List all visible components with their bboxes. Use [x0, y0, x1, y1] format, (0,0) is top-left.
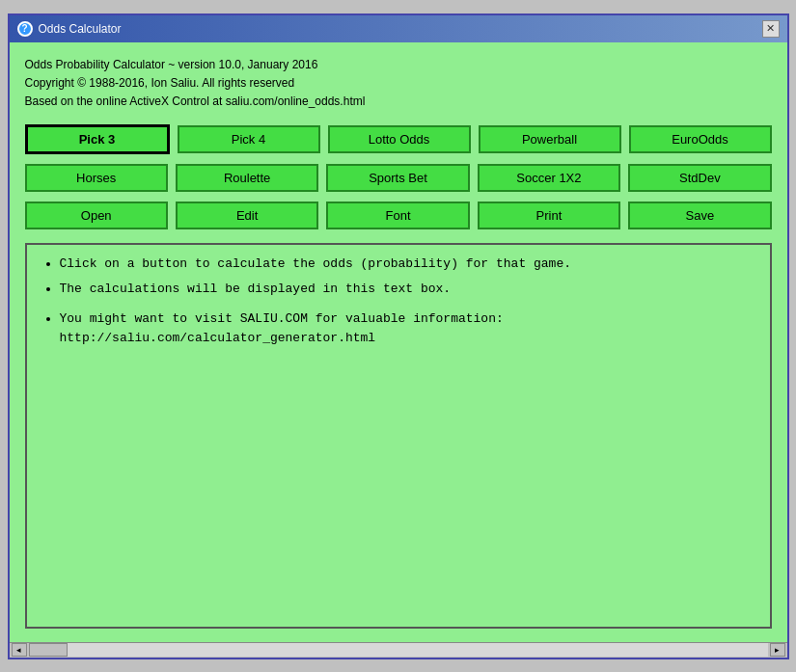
- main-window: ? Odds Calculator ✕ Odds Probability Cal…: [8, 13, 789, 659]
- roulette-button[interactable]: Roulette: [176, 164, 318, 192]
- title-bar-left: ? Odds Calculator: [17, 21, 122, 37]
- output-list2: You might want to visit SALIU.COM for va…: [41, 309, 756, 347]
- info-line1: Odds Probability Calculator ~ version 10…: [25, 56, 772, 74]
- scroll-right-button[interactable]: ▸: [770, 643, 785, 657]
- output-text-area[interactable]: Click on a button to calculate the odds …: [25, 243, 772, 628]
- output-bullet3: You might want to visit SALIU.COM for va…: [60, 309, 756, 347]
- soccer-button[interactable]: Soccer 1X2: [478, 164, 620, 192]
- scroll-left-button[interactable]: ◂: [12, 643, 27, 657]
- pick4-button[interactable]: Pick 4: [178, 125, 320, 153]
- info-block: Odds Probability Calculator ~ version 10…: [25, 56, 772, 112]
- button-row-2: Horses Roulette Sports Bet Soccer 1X2 St…: [25, 164, 772, 192]
- title-bar: ? Odds Calculator ✕: [10, 15, 787, 42]
- info-line2: Copyright © 1988-2016, Ion Saliu. All ri…: [25, 74, 772, 93]
- output-bullet1: Click on a button to calculate the odds …: [60, 255, 756, 274]
- app-icon: ?: [17, 21, 33, 37]
- open-button[interactable]: Open: [25, 202, 168, 229]
- close-button[interactable]: ✕: [762, 20, 780, 38]
- lotto-odds-button[interactable]: Lotto Odds: [328, 125, 471, 153]
- output-url: http://saliu.com/calculator_generator.ht…: [60, 331, 376, 345]
- edit-button[interactable]: Edit: [176, 202, 318, 229]
- button-row-3: Open Edit Font Print Save: [25, 202, 772, 229]
- save-button[interactable]: Save: [628, 202, 771, 229]
- horses-button[interactable]: Horses: [25, 164, 168, 192]
- window-title: Odds Calculator: [39, 22, 122, 36]
- info-line3: Based on the online ActiveX Control at s…: [25, 93, 772, 111]
- button-row-1: Pick 3 Pick 4 Lotto Odds Powerball EuroO…: [25, 124, 772, 154]
- output-bullet2: The calculations will be displayed in th…: [60, 280, 756, 299]
- content-area: Odds Probability Calculator ~ version 10…: [10, 42, 787, 642]
- scroll-thumb[interactable]: [29, 643, 68, 657]
- print-button[interactable]: Print: [478, 202, 620, 229]
- horizontal-scrollbar[interactable]: ◂ ▸: [10, 642, 787, 658]
- stddev-button[interactable]: StdDev: [628, 164, 771, 192]
- euroOdds-button[interactable]: EuroOdds: [629, 125, 772, 153]
- font-button[interactable]: Font: [326, 202, 469, 229]
- pick3-button[interactable]: Pick 3: [25, 124, 170, 154]
- powerball-button[interactable]: Powerball: [479, 125, 621, 153]
- scroll-track[interactable]: [29, 643, 768, 657]
- output-list: Click on a button to calculate the odds …: [41, 255, 756, 298]
- sports-bet-button[interactable]: Sports Bet: [326, 164, 469, 192]
